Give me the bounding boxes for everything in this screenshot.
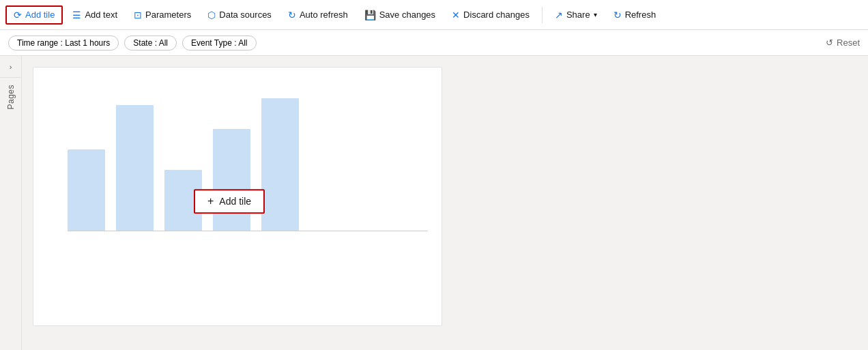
chart-bar-4 (213, 129, 250, 231)
auto-refresh-button[interactable]: ↻ Auto refresh (281, 6, 355, 24)
plus-icon: + (207, 195, 214, 207)
add-tile-icon: ⟳ (14, 10, 22, 20)
share-label: Share (566, 10, 590, 20)
discard-changes-label: Discard changes (463, 10, 530, 20)
toolbar-separator (542, 7, 542, 23)
chart-bar-1 (68, 149, 105, 231)
save-changes-button[interactable]: 💾 Save changes (358, 6, 442, 24)
side-panel[interactable]: › Pages (0, 56, 22, 350)
refresh-button[interactable]: ↻ Refresh (607, 6, 663, 24)
data-sources-icon: ⬡ (207, 10, 216, 20)
canvas-area: + Add tile (22, 56, 456, 350)
chart-area (47, 81, 428, 238)
share-button[interactable]: ↗ Share ▾ (548, 6, 604, 24)
right-panel (456, 56, 868, 350)
filter-bar: Time range : Last 1 hours State : All Ev… (0, 30, 868, 56)
chevron-down-icon: ▾ (594, 11, 597, 18)
add-text-icon: ☰ (72, 10, 81, 20)
chart-bar-5 (261, 98, 299, 231)
share-icon: ↗ (555, 10, 563, 20)
reset-icon: ↺ (826, 38, 833, 48)
event-type-label: Event Type : All (191, 38, 248, 48)
canvas-card: + Add tile (33, 67, 442, 326)
state-label: State : All (133, 38, 168, 48)
refresh-label: Refresh (625, 10, 656, 20)
event-type-filter[interactable]: Event Type : All (182, 35, 257, 50)
discard-icon: ✕ (452, 10, 460, 20)
add-text-label: Add text (85, 10, 117, 20)
main-content: › Pages + Add tile (0, 56, 868, 350)
time-range-filter[interactable]: Time range : Last 1 hours (8, 35, 119, 50)
chevron-right-icon: › (10, 63, 12, 71)
data-sources-label: Data sources (219, 10, 272, 20)
chart-bar-2 (116, 105, 154, 231)
parameters-label: Parameters (145, 10, 191, 20)
state-filter[interactable]: State : All (124, 35, 177, 50)
save-icon: 💾 (364, 10, 376, 20)
reset-label: Reset (837, 38, 860, 48)
parameters-button[interactable]: ⊡ Parameters (127, 6, 198, 24)
data-sources-button[interactable]: ⬡ Data sources (201, 6, 278, 24)
refresh-icon: ↻ (613, 10, 622, 20)
pages-label: Pages (6, 85, 16, 110)
save-changes-label: Save changes (379, 10, 435, 20)
chart-baseline (68, 231, 428, 231)
add-tile-canvas-button[interactable]: + Add tile (194, 189, 265, 214)
add-tile-button[interactable]: ⟳ Add tile (5, 5, 63, 25)
time-range-label: Time range : Last 1 hours (17, 38, 110, 48)
reset-button[interactable]: ↺ Reset (826, 38, 860, 48)
add-tile-label: Add tile (25, 10, 55, 20)
side-panel-arrow[interactable]: › (0, 56, 21, 78)
discard-changes-button[interactable]: ✕ Discard changes (445, 6, 536, 24)
parameters-icon: ⊡ (134, 10, 142, 20)
add-tile-canvas-label: Add tile (219, 196, 251, 207)
add-text-button[interactable]: ☰ Add text (66, 6, 124, 24)
toolbar: ⟳ Add tile ☰ Add text ⊡ Parameters ⬡ Dat… (0, 0, 868, 30)
auto-refresh-label: Auto refresh (300, 10, 348, 20)
auto-refresh-icon: ↻ (288, 10, 296, 20)
